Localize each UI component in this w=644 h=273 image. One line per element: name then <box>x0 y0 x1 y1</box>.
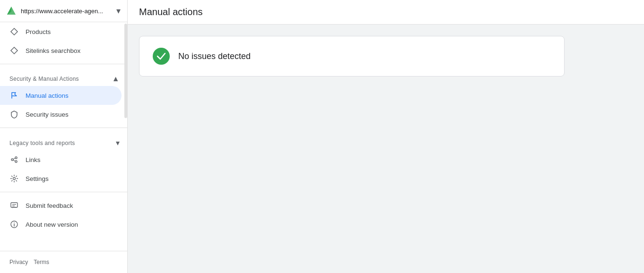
section-legacy-label: Legacy tools and reports <box>9 140 75 146</box>
sidebar-item-products[interactable]: Products <box>0 22 122 41</box>
chevron-up-icon: ▲ <box>112 75 120 83</box>
submit-feedback-label: Submit feedback <box>26 202 73 209</box>
main-content: Manual actions No issues detected <box>128 0 644 273</box>
svg-point-14 <box>153 48 170 65</box>
sidebar-header: https://www.accelerate-agen... ▾ <box>0 0 127 22</box>
svg-point-13 <box>14 222 15 223</box>
terms-link[interactable]: Terms <box>34 259 49 265</box>
sidebar-item-manual-actions[interactable]: Manual actions <box>0 86 122 105</box>
shield-icon <box>9 110 19 119</box>
sidebar-footer: Privacy Terms <box>0 251 127 273</box>
sidebar-item-links[interactable]: Links <box>0 150 122 169</box>
success-icon <box>153 48 170 65</box>
page-title: Manual actions <box>139 7 203 17</box>
content-area: No issues detected <box>128 25 644 273</box>
security-issues-label: Security issues <box>26 111 69 118</box>
sidebar: https://www.accelerate-agen... ▾ Product… <box>0 0 128 273</box>
sidebar-nav: Products Sitelinks searchbox Security & … <box>0 22 127 251</box>
links-label: Links <box>26 156 41 163</box>
svg-point-4 <box>15 161 17 162</box>
section-security-header[interactable]: Security & Manual Actions ▲ <box>0 68 127 86</box>
svg-line-5 <box>13 158 15 159</box>
app-logo <box>6 5 17 17</box>
divider-2 <box>0 128 127 128</box>
info-icon <box>9 220 19 229</box>
divider-1 <box>0 64 127 64</box>
privacy-link[interactable]: Privacy <box>9 259 28 265</box>
products-label: Products <box>26 28 51 35</box>
sidebar-item-about-new-version[interactable]: About new version <box>0 215 122 234</box>
diamond-icon <box>9 27 19 36</box>
svg-point-2 <box>11 159 13 161</box>
page-header: Manual actions <box>128 0 644 25</box>
sitelinks-label: Sitelinks searchbox <box>26 47 80 54</box>
divider-3 <box>0 192 127 192</box>
site-dropdown-button[interactable]: ▾ <box>115 5 122 17</box>
status-message: No issues detected <box>178 51 251 61</box>
feedback-icon <box>9 201 19 210</box>
links-icon <box>9 155 19 164</box>
svg-point-7 <box>13 178 16 180</box>
sidebar-item-submit-feedback[interactable]: Submit feedback <box>0 196 122 215</box>
status-card: No issues detected <box>139 36 565 77</box>
about-new-version-label: About new version <box>26 221 78 228</box>
gear-icon <box>9 174 19 183</box>
sidebar-item-security-issues[interactable]: Security issues <box>0 105 122 124</box>
scrollbar-track <box>124 24 127 118</box>
settings-label: Settings <box>26 175 49 182</box>
sidebar-item-settings[interactable]: Settings <box>0 169 122 188</box>
site-url: https://www.accelerate-agen... <box>21 8 115 15</box>
manual-actions-label: Manual actions <box>26 92 69 99</box>
section-legacy-header[interactable]: Legacy tools and reports ▾ <box>0 132 127 150</box>
sidebar-item-sitelinks-searchbox[interactable]: Sitelinks searchbox <box>0 41 122 60</box>
svg-point-3 <box>15 157 17 159</box>
section-security-label: Security & Manual Actions <box>9 76 79 82</box>
svg-line-6 <box>13 160 15 161</box>
diamond2-icon <box>9 46 19 55</box>
svg-rect-8 <box>11 203 17 207</box>
chevron-down-icon: ▾ <box>116 138 120 147</box>
flag-icon <box>9 91 19 100</box>
footer-links: Privacy Terms <box>0 255 127 269</box>
